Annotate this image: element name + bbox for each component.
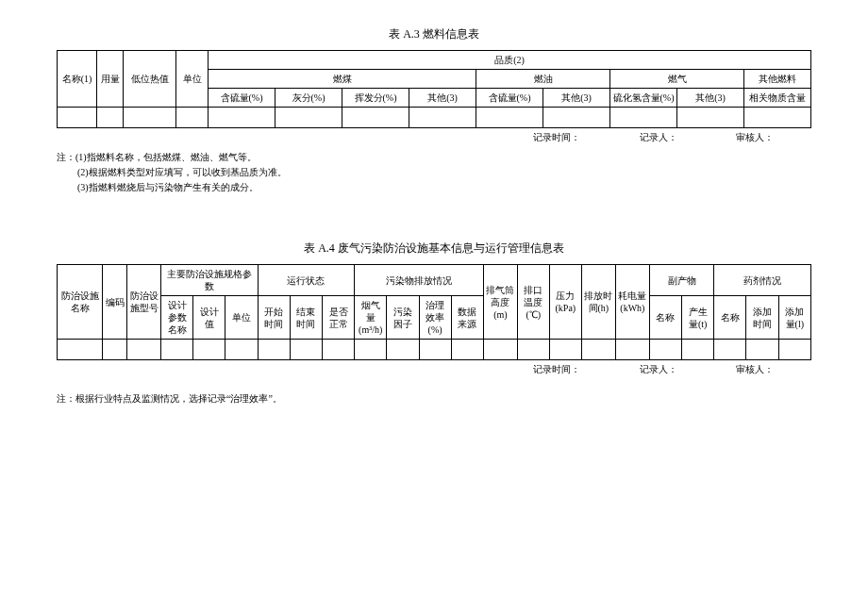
th-volatile: 挥发分(%) (342, 89, 409, 108)
th-design-param-name: 设计参数名称 (161, 296, 193, 340)
th-related: 相关物质含量 (744, 89, 811, 108)
th-facility-name: 防治设施名称 (58, 265, 103, 340)
th-pressure: 压力(kPa) (549, 265, 581, 340)
record-time-label: 记录时间： (533, 132, 580, 142)
notes-prefix: 注： (57, 152, 75, 162)
th-stack-height: 排气筒高度(m) (483, 265, 517, 340)
recorder-label: 记录人： (640, 364, 677, 374)
th-pollution-factor: 污染因子 (387, 296, 419, 340)
th-produce-qty: 产生量(t) (682, 296, 714, 340)
th-run-state: 运行状态 (258, 265, 355, 296)
table-a3-footer: 记录时间： 记录人： 审核人： (57, 131, 811, 144)
table-a4-footer: 记录时间： 记录人： 审核人： (57, 363, 811, 376)
note3: (3)指燃料燃烧后与污染物产生有关的成分。 (57, 180, 811, 195)
th-power: 耗电量(kWh) (615, 265, 649, 340)
th-design-value: 设计值 (193, 296, 225, 340)
record-time-label: 记录时间： (533, 364, 580, 374)
th-oil: 燃油 (476, 70, 610, 89)
th-byproduct: 副产物 (649, 265, 713, 296)
note2: (2)根据燃料类型对应填写，可以收到基品质为准。 (57, 165, 811, 180)
th-coal: 燃煤 (209, 70, 476, 89)
th-code: 编码 (103, 265, 127, 340)
th-gas: 燃气 (610, 70, 744, 89)
th-name: 名称(1) (58, 51, 97, 108)
th-emission: 污染物排放情况 (355, 265, 484, 296)
th-other3-gas: 其他(3) (677, 89, 744, 108)
th-flue-gas: 烟气量(m³/h) (355, 296, 387, 340)
th-emit-time: 排放时间(h) (581, 265, 615, 340)
table-a3-caption: 表 A.3 燃料信息表 (57, 26, 811, 42)
th-quality: 品质(2) (209, 51, 811, 70)
th-start-time: 开始时间 (258, 296, 290, 340)
th-other3-oil: 其他(3) (543, 89, 610, 108)
th-usage: 用量 (97, 51, 124, 108)
th-chemical: 药剂情况 (714, 265, 811, 296)
note1: 根据行业特点及监测情况，选择记录“治理效率”。 (75, 393, 282, 404)
table-a3: 名称(1) 用量 低位热值 单位 品质(2) 燃煤 燃油 燃气 其他燃料 含硫量… (57, 50, 811, 128)
th-lowcal: 低位热值 (124, 51, 176, 108)
th-unit: 单位 (176, 51, 209, 108)
recorder-label: 记录人： (640, 132, 677, 142)
th-main-spec: 主要防治设施规格参数 (161, 265, 259, 296)
reviewer-label: 审核人： (736, 364, 774, 374)
note1: (1)指燃料名称，包括燃煤、燃油、燃气等。 (75, 152, 257, 162)
table-a4-notes: 注：根据行业特点及监测情况，选择记录“治理效率”。 (57, 391, 811, 407)
th-add-qty: 添加量(l) (778, 296, 810, 340)
th-outlet-temp: 排口温度(℃) (517, 265, 549, 340)
th-sulfur: 含硫量(%) (209, 89, 275, 108)
th-treat-eff: 治理效率(%) (419, 296, 451, 340)
reviewer-label: 审核人： (736, 132, 774, 142)
th-end-time: 结束时间 (290, 296, 322, 340)
th-data-source: 数据来源 (451, 296, 483, 340)
th-chem-name: 名称 (714, 296, 746, 340)
th-sulfur-oil: 含硫量(%) (476, 89, 543, 108)
th-byproduct-name: 名称 (649, 296, 681, 340)
table-a3-notes: 注：(1)指燃料名称，包括燃煤、燃油、燃气等。 (2)根据燃料类型对应填写，可以… (57, 150, 811, 195)
th-other-fuel: 其他燃料 (744, 70, 811, 89)
notes-prefix: 注： (57, 393, 75, 404)
th-facility-model: 防治设施型号 (127, 265, 161, 340)
table-a4: 防治设施名称 编码 防治设施型号 主要防治设施规格参数 运行状态 污染物排放情况… (57, 264, 811, 360)
th-add-time: 添加时间 (746, 296, 778, 340)
th-other3-coal: 其他(3) (409, 89, 476, 108)
table-row (58, 108, 811, 128)
th-h2s: 硫化氢含量(%) (610, 89, 677, 108)
th-is-normal: 是否正常 (322, 296, 354, 340)
table-row (58, 340, 811, 360)
table-a4-caption: 表 A.4 废气污染防治设施基本信息与运行管理信息表 (57, 241, 811, 257)
th-ash: 灰分(%) (275, 89, 342, 108)
th-unit4: 单位 (225, 296, 258, 340)
